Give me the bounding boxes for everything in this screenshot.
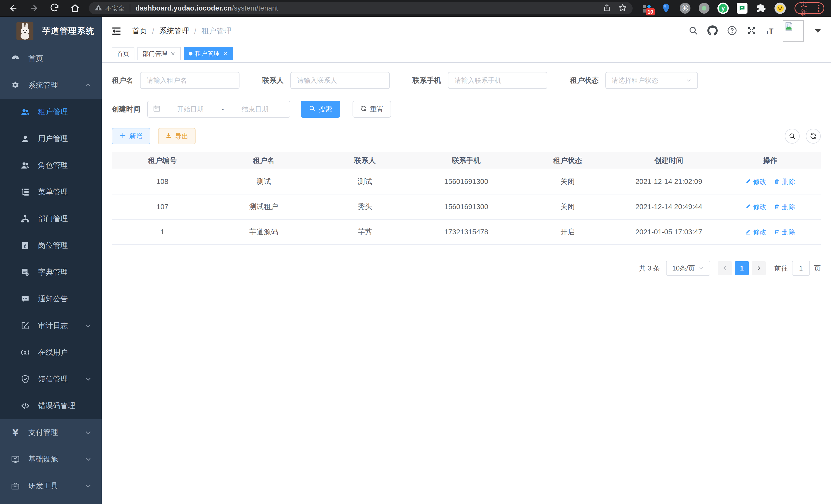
edit-log-icon bbox=[21, 321, 30, 330]
sidebar-item-home[interactable]: 首页 bbox=[0, 45, 102, 72]
reset-button[interactable]: 重置 bbox=[352, 101, 391, 118]
delete-action[interactable]: 删除 bbox=[774, 177, 795, 186]
sidebar-item-system[interactable]: 系统管理 bbox=[0, 72, 102, 99]
extensions-puzzle-icon[interactable] bbox=[755, 3, 767, 14]
sidebar-item-notice[interactable]: 通知公告 bbox=[0, 286, 102, 313]
sidebar-item-sms[interactable]: 短信管理 bbox=[0, 366, 102, 392]
sidebar-item-pay[interactable]: ¥ 支付管理 bbox=[0, 419, 102, 446]
extension-chat-icon[interactable] bbox=[737, 3, 748, 14]
sidebar-item-online-users[interactable]: 在线用户 bbox=[0, 339, 102, 366]
status-select[interactable]: 请选择租户状态 bbox=[605, 72, 698, 89]
extension-grid-icon[interactable]: 10 bbox=[641, 3, 653, 14]
screen: 不安全 dashboard.yudao.iocoder.cn/system/te… bbox=[0, 0, 831, 504]
extension-command-icon[interactable]: ⌘ bbox=[679, 3, 691, 14]
table-header-row: 租户编号 租户名 联系人 联系手机 租户状态 创建时间 操作 bbox=[112, 152, 821, 169]
chevron-down-icon bbox=[85, 376, 91, 383]
chevron-down-icon bbox=[85, 456, 91, 463]
edit-action[interactable]: 修改 bbox=[745, 202, 767, 211]
font-size-icon[interactable]: тT bbox=[766, 27, 773, 35]
extension-dot-icon[interactable] bbox=[698, 3, 710, 14]
cell-contact: 测试 bbox=[314, 169, 416, 194]
next-page-button[interactable] bbox=[752, 261, 766, 275]
security-label[interactable]: 不安全 bbox=[105, 4, 125, 12]
breadcrumb-home[interactable]: 首页 bbox=[132, 26, 147, 36]
pagination-total: 共 3 条 bbox=[639, 264, 660, 273]
tag-dept[interactable]: 部门管理 bbox=[138, 47, 181, 60]
goto-page-input[interactable] bbox=[792, 261, 810, 276]
browser-menu-icon[interactable] bbox=[818, 5, 820, 12]
breadcrumb-section[interactable]: 系统管理 bbox=[159, 26, 189, 36]
cell-created: 2021-01-05 17:03:47 bbox=[618, 219, 719, 244]
sidebar-item-role[interactable]: 角色管理 bbox=[0, 152, 102, 179]
edit-action[interactable]: 修改 bbox=[745, 177, 767, 186]
page-size-select[interactable]: 10条/页 bbox=[666, 261, 710, 276]
cell-tenant-id: 108 bbox=[112, 169, 213, 194]
extension-y-icon[interactable]: y bbox=[717, 3, 729, 14]
sidebar: 芋道管理系统 首页 系统管理 租户管理 用户管 bbox=[0, 17, 102, 504]
delete-action[interactable]: 删除 bbox=[774, 228, 795, 237]
avatar[interactable] bbox=[783, 20, 804, 42]
export-button[interactable]: 导出 bbox=[158, 128, 196, 144]
briefcase-icon bbox=[11, 481, 20, 491]
prev-page-button[interactable] bbox=[718, 261, 732, 275]
col-status: 租户状态 bbox=[517, 152, 618, 169]
people-icon bbox=[21, 161, 30, 170]
extension-emoji-icon[interactable] bbox=[774, 3, 786, 14]
tag-tenant[interactable]: 租户管理 bbox=[184, 47, 233, 60]
avatar-caret-icon[interactable] bbox=[815, 29, 821, 33]
home-icon[interactable] bbox=[70, 4, 80, 13]
forward-icon[interactable] bbox=[29, 4, 38, 13]
chevron-up-icon bbox=[85, 82, 91, 89]
user-icon bbox=[21, 134, 30, 143]
phone-label: 联系手机 bbox=[412, 76, 441, 85]
broken-image-icon bbox=[784, 22, 794, 32]
sidebar-item-menu[interactable]: 菜单管理 bbox=[0, 179, 102, 206]
cell-status: 关闭 bbox=[517, 194, 618, 219]
address-bar[interactable]: 不安全 dashboard.yudao.iocoder.cn/system/te… bbox=[89, 2, 633, 14]
sidebar-item-infra[interactable]: 基础设施 bbox=[0, 446, 102, 473]
share-icon[interactable] bbox=[603, 4, 611, 13]
cell-phone: 15601691300 bbox=[416, 194, 517, 219]
search-button[interactable]: 搜索 bbox=[300, 101, 340, 118]
fullscreen-icon[interactable] bbox=[746, 25, 757, 37]
col-tenant-id: 租户编号 bbox=[112, 152, 213, 169]
phone-input[interactable] bbox=[448, 72, 547, 89]
back-icon[interactable] bbox=[9, 4, 18, 13]
tenant-name-input[interactable] bbox=[140, 72, 239, 89]
refresh-table-button[interactable] bbox=[806, 129, 821, 144]
delete-action[interactable]: 删除 bbox=[774, 202, 795, 211]
bookmark-star-icon[interactable] bbox=[618, 3, 627, 13]
monitor-check-icon bbox=[11, 455, 20, 464]
toggle-search-button[interactable] bbox=[785, 129, 800, 144]
sidebar-fold-icon[interactable] bbox=[111, 26, 122, 36]
cell-created: 2021-12-14 21:02:09 bbox=[618, 169, 719, 194]
close-icon[interactable] bbox=[223, 51, 228, 56]
sidebar-item-audit-log[interactable]: 审计日志 bbox=[0, 313, 102, 339]
app-logo[interactable]: 芋道管理系统 bbox=[0, 17, 102, 45]
help-icon[interactable] bbox=[727, 25, 737, 37]
sidebar-item-tenant[interactable]: 租户管理 bbox=[0, 99, 102, 125]
tag-home[interactable]: 首页 bbox=[112, 47, 134, 60]
sidebar-item-user[interactable]: 用户管理 bbox=[0, 125, 102, 152]
extension-pin-icon[interactable] bbox=[660, 3, 672, 14]
edit-action[interactable]: 修改 bbox=[745, 228, 767, 237]
table-row: 1 芋道源码 芋艿 17321315478 开启 2021-01-05 17:0… bbox=[112, 219, 821, 244]
github-icon[interactable] bbox=[708, 25, 718, 37]
page-1-button[interactable]: 1 bbox=[735, 261, 749, 275]
close-icon[interactable] bbox=[170, 51, 175, 56]
reload-icon[interactable] bbox=[50, 4, 59, 13]
users-icon bbox=[21, 108, 30, 117]
sidebar-item-dict[interactable]: 字典管理 bbox=[0, 259, 102, 286]
col-actions: 操作 bbox=[719, 152, 821, 169]
add-button[interactable]: 新增 bbox=[112, 128, 150, 144]
sidebar-item-dept[interactable]: 部门管理 bbox=[0, 206, 102, 232]
sidebar-item-errcode[interactable]: 错误码管理 bbox=[0, 392, 102, 419]
cell-created: 2021-12-14 20:49:44 bbox=[618, 194, 719, 219]
header-search-icon[interactable] bbox=[688, 26, 698, 36]
sidebar-item-post[interactable]: 岗位管理 bbox=[0, 232, 102, 259]
url-text[interactable]: dashboard.yudao.iocoder.cn/system/tenant bbox=[136, 4, 599, 12]
sidebar-item-devtools[interactable]: 研发工具 bbox=[0, 473, 102, 499]
contact-input[interactable] bbox=[290, 72, 390, 89]
date-range-picker[interactable]: 开始日期 - 结束日期 bbox=[147, 101, 290, 118]
browser-update-button[interactable]: 更新 bbox=[795, 2, 824, 14]
